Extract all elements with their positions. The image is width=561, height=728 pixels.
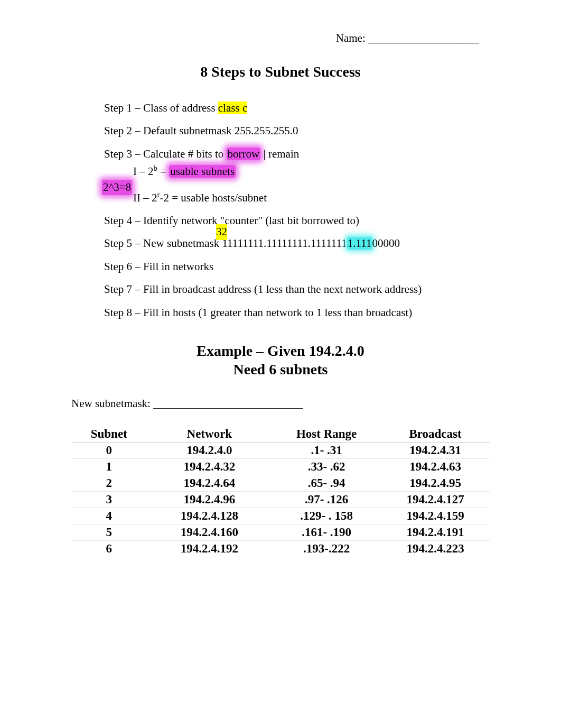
example-title-line1: Example – Given 194.2.4.0 [71,342,490,360]
cell-subnet: 3 [71,491,147,508]
step-1: Step 1 – Class of address class c [104,100,490,116]
new-subnetmask-line: New subnetmask: ________________________… [71,397,490,410]
cell-broadcast: 194.2.4.95 [381,475,490,491]
usable-subnets-highlight: usable subnets [169,165,236,178]
cell-broadcast: 194.2.4.31 [381,442,490,458]
formula-i-sup: b [154,164,157,172]
cell-network: 194.2.4.0 [147,442,273,458]
step-2: Step 2 – Default subnetmask 255.255.255.… [104,123,490,139]
cell-subnet: 0 [71,442,147,458]
step-3-suffix: | remain [260,148,299,160]
subnet-table: Subnet Network Host Range Broadcast 0 19… [71,426,490,557]
cell-subnet: 4 [71,508,147,524]
step-1-highlight: class c [218,102,247,114]
header-broadcast: Broadcast [381,426,490,443]
formula-ii-suffix: -2 = usable hosts/subnet [160,191,267,204]
name-label: Name: ____________________ [336,32,479,44]
table-row: 6 194.2.4.192 .193-.222 194.2.4.223 [71,540,490,557]
cell-network: 194.2.4.160 [147,524,273,540]
header-network: Network [147,426,273,443]
name-field: Name: ____________________ [71,32,490,45]
example-title-line2: Need 6 subnets [71,360,490,379]
step-5: 32 Step 5 – New subnetmask 11111111.1111… [104,236,490,251]
step-3-borrow-highlight: borrow [227,148,261,160]
formula-i-prefix: I – 2 [133,165,154,178]
cell-broadcast: 194.2.4.127 [381,491,490,508]
cell-hostrange: .97- .126 [272,491,381,508]
cell-hostrange: .1- .31 [272,442,381,458]
example-title: Example – Given 194.2.4.0 Need 6 subnets [71,342,490,379]
table-header-row: Subnet Network Host Range Broadcast [71,426,490,443]
cell-hostrange: .161- .190 [272,524,381,540]
table-row: 1 194.2.4.32 .33- .62 194.2.4.63 [71,458,490,475]
cell-network: 194.2.4.128 [147,508,273,524]
formula-ii-prefix: II – 2 [133,191,157,204]
step-4: Step 4 – Identify network "counter" (las… [104,213,490,228]
cell-hostrange: .193-.222 [272,540,381,557]
step-3-formula-i: I – 2b = usable subnets [104,163,490,179]
cell-hostrange: .129- . 158 [272,508,381,524]
cell-network: 194.2.4.192 [147,540,273,557]
step-3-note-anchor: 2^3=8 [104,181,490,190]
cell-network: 194.2.4.96 [147,491,273,508]
document-page: Name: ____________________ 8 Steps to Su… [0,0,561,557]
cell-subnet: 1 [71,458,147,475]
step-5-suffix: 00000 [372,237,400,250]
step-3-prefix: Step 3 – Calculate # bits to [104,148,227,160]
cell-broadcast: 194.2.4.63 [381,458,490,475]
step-1-prefix: Step 1 – Class of address [104,102,218,114]
cell-broadcast: 194.2.4.191 [381,524,490,540]
table-row: 5 194.2.4.160 .161- .190 194.2.4.191 [71,524,490,540]
cell-network: 194.2.4.64 [147,475,273,491]
cell-broadcast: 194.2.4.223 [381,540,490,557]
blur-overlay [71,601,490,633]
header-subnet: Subnet [71,426,147,443]
page-title: 8 Steps to Subnet Success [71,63,490,80]
table-row: 0 194.2.4.0 .1- .31 194.2.4.31 [71,442,490,458]
table-row: 4 194.2.4.128 .129- . 158 194.2.4.159 [71,508,490,524]
step-7: Step 7 – Fill in broadcast address (1 le… [104,282,490,297]
step-3: Step 3 – Calculate # bits to borrow | re… [104,146,490,162]
step-8: Step 8 – Fill in hosts (1 greater than n… [104,305,490,320]
step-6: Step 6 – Fill in networks [104,259,490,274]
cell-broadcast: 194.2.4.159 [381,508,490,524]
counter-32-highlight: 32 [216,224,227,239]
cell-network: 194.2.4.32 [147,458,273,475]
cell-subnet: 5 [71,524,147,540]
cell-subnet: 6 [71,540,147,557]
two-cubed-note: 2^3=8 [102,180,132,195]
table-row: 2 194.2.4.64 .65- .94 194.2.4.95 [71,475,490,491]
header-host-range: Host Range [272,426,381,443]
step-5-cyan-highlight: 1.111 [347,237,372,250]
cell-hostrange: .65- .94 [272,475,381,491]
step-3-formula-ii: II – 2r-2 = usable hosts/subnet [104,189,490,206]
formula-i-mid: = [157,165,169,178]
cell-subnet: 2 [71,475,147,491]
table-row: 3 194.2.4.96 .97- .126 194.2.4.127 [71,491,490,508]
steps-list: Step 1 – Class of address class c Step 2… [71,100,490,320]
cell-hostrange: .33- .62 [272,458,381,475]
